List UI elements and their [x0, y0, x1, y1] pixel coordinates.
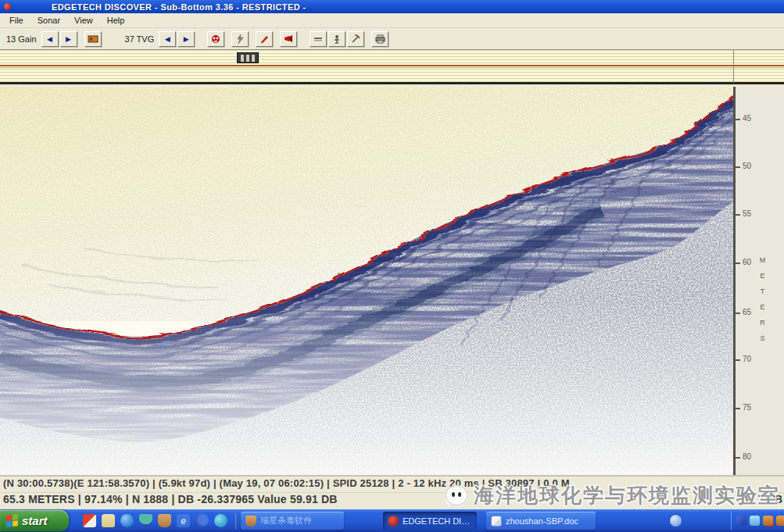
status-right-fragment: T:PB [758, 493, 782, 505]
tick-mark [736, 408, 740, 409]
pick-icon [351, 34, 360, 44]
target-button[interactable] [207, 31, 224, 47]
lightning-icon [235, 34, 245, 44]
tick-label-50: 50 [743, 162, 751, 170]
edgetech-discover-window: EDGETECH DISCOVER - Sub-Bottom 3.36 - RE… [0, 0, 784, 532]
strip-divider [733, 50, 734, 83]
tray-monitor-icon[interactable] [776, 516, 784, 526]
gain-decrease-button[interactable]: ◀ [41, 31, 59, 47]
task-button-antivirus[interactable]: 瑞星杀毒软件 [241, 512, 344, 530]
menu-file[interactable]: File [3, 14, 30, 27]
tvg-decrease-button[interactable]: ◀ [159, 31, 176, 47]
pick-button[interactable] [347, 31, 364, 47]
messenger-icon[interactable] [214, 514, 227, 527]
tvg-value-label: 37 TVG [125, 34, 155, 44]
folder-icon[interactable] [102, 514, 115, 527]
show-desktop-button[interactable] [669, 514, 682, 527]
tick-label-75: 75 [743, 403, 751, 412]
media-player-icon[interactable] [83, 514, 96, 527]
annotate-button[interactable] [256, 31, 273, 47]
event-mark-button[interactable] [280, 31, 297, 47]
trigger-button[interactable] [231, 31, 249, 47]
menu-sonar[interactable]: Sonar [31, 14, 66, 27]
ruler-icon [313, 35, 323, 43]
print-button[interactable] [371, 31, 388, 47]
menu-help[interactable]: Help [101, 14, 131, 27]
tick-label-60: 60 [743, 258, 751, 266]
system-tray [731, 512, 784, 530]
diver-button[interactable] [328, 31, 345, 47]
sub-bottom-profile-image [0, 87, 733, 475]
tick-label-65: 65 [743, 308, 751, 316]
tick-mark [736, 262, 740, 264]
tray-antivirus-icon[interactable] [763, 516, 773, 526]
edgetech-app-icon [388, 516, 399, 527]
title-bar: EDGETECH DISCOVER - Sub-Bottom 3.36 - RE… [0, 0, 784, 13]
globe-icon[interactable] [120, 514, 134, 527]
status-bar: (N 30:00.5738)(E 121:58.3570) | (5.9kt 9… [0, 475, 784, 509]
gain-auto-button[interactable] [84, 31, 102, 47]
trace-line [0, 65, 784, 66]
taskbar: start e 瑞星杀毒软件 EDGETECH DISCOVE... zhous… [0, 509, 784, 532]
tvg-increase-button[interactable]: ▶ [177, 31, 195, 47]
gain-increase-button[interactable]: ▶ [60, 31, 77, 47]
trace-line-secondary [0, 67, 784, 68]
tick-mark [736, 119, 740, 120]
pen-icon [260, 34, 270, 44]
tray-network-icon[interactable] [736, 516, 746, 526]
depth-scale: 45 50 55 60 65 70 75 80 METERS [733, 87, 784, 475]
signal-trace-strip [0, 49, 784, 84]
internet-explorer-icon[interactable]: e [177, 514, 190, 527]
word-document-icon [491, 516, 502, 527]
gain-value-label: 13 Gain [6, 34, 37, 44]
shield-icon[interactable] [158, 514, 171, 527]
tick-mark [736, 166, 740, 168]
main-display: 45 50 55 60 65 70 75 80 METERS [0, 87, 784, 475]
window-title: EDGETECH DISCOVER - Sub-Bottom 3.36 - RE… [16, 2, 306, 12]
quick-launch-bar: e [83, 512, 237, 530]
antivirus-shield-icon [245, 516, 256, 527]
task-button-word-document[interactable]: zhoushan-SBP.doc [486, 512, 596, 530]
swirl-icon[interactable] [195, 514, 209, 527]
tick-mark [736, 359, 740, 361]
toolbar: 13 Gain ◀ ▶ 37 TVG ◀ ▶ [0, 28, 784, 49]
tick-mark [736, 214, 740, 216]
gain-auto-icon [88, 34, 98, 44]
horn-icon [283, 34, 294, 44]
tick-label-70: 70 [743, 355, 751, 363]
taskbar-separator [235, 513, 237, 529]
start-button-label: start [22, 514, 48, 527]
task-button-edgetech-discover[interactable]: EDGETECH DISCOVE... [383, 512, 477, 530]
windows-flag-icon [6, 514, 18, 527]
target-icon [210, 34, 221, 44]
start-button[interactable]: start [0, 510, 69, 531]
measure-button[interactable] [310, 31, 327, 47]
tick-label-55: 55 [743, 209, 751, 218]
sonar-display[interactable] [0, 87, 733, 475]
tick-mark [736, 457, 740, 459]
app-icon [4, 3, 11, 10]
nav-status-text: (N 30:00.5738)(E 121:58.3570) | (5.9kt 9… [3, 477, 570, 489]
tick-label-45: 45 [743, 114, 751, 123]
tick-mark [736, 312, 740, 314]
tick-label-80: 80 [743, 452, 751, 461]
menu-view[interactable]: View [68, 14, 99, 27]
menu-bar: File Sonar View Help [0, 13, 784, 28]
meters-axis-label: METERS [759, 252, 766, 346]
umbrella-icon[interactable] [139, 514, 152, 527]
printer-icon [375, 34, 385, 44]
person-icon [333, 34, 341, 44]
trace-marker[interactable] [237, 52, 259, 63]
depth-status-text: 65.3 METERS | 97.14% | N 1888 | DB -26.3… [3, 493, 338, 505]
tray-volume-icon[interactable] [750, 516, 760, 526]
